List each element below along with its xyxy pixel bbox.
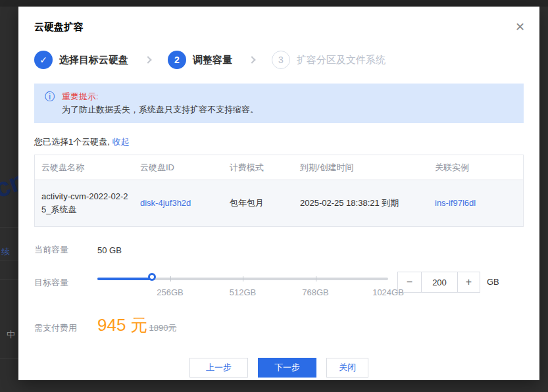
table-header-row: 云硬盘名称 云硬盘ID 计费模式 到期/创建时间 关联实例 — [35, 155, 523, 180]
tick-label: 256GB — [157, 287, 183, 297]
close-button[interactable]: 关闭 — [326, 358, 368, 378]
disk-expand-dialog: 云硬盘扩容 ✕ ✓ 选择目标云硬盘 2 调整容量 3 扩容分区及文件系统 ⓘ 重… — [18, 7, 539, 380]
cell-disk-name: activity-cvm-2022-02-25_系统盘 — [35, 180, 134, 226]
prev-step-button[interactable]: 上一步 — [189, 358, 248, 378]
notice-title: 重要提示: — [62, 90, 259, 103]
slider-tick — [170, 276, 171, 282]
cost-row: 需支付费用 945 元 1890元 — [34, 314, 524, 337]
background-divider — [0, 227, 18, 228]
cost-label: 需支付费用 — [34, 322, 97, 334]
col-billing-mode: 计费模式 — [223, 155, 293, 180]
background-partial-text: 中 — [7, 329, 15, 341]
important-notice-banner: ⓘ 重要提示: 为了防止数据丢失，系统盘只支持扩容不支持缩容。 — [34, 84, 524, 123]
step-select-disk: ✓ 选择目标云硬盘 — [34, 51, 128, 69]
step-label: 调整容量 — [193, 54, 232, 66]
col-disk-id: 云硬盘ID — [134, 155, 223, 180]
slider-fill — [97, 278, 154, 280]
col-expire-time: 到期/创建时间 — [293, 155, 428, 180]
notice-body: 为了防止数据丢失，系统盘只支持扩容不支持缩容。 — [62, 103, 259, 116]
selected-disk-table: 云硬盘名称 云硬盘ID 计费模式 到期/创建时间 关联实例 activity-c… — [34, 155, 524, 227]
slider-tick — [316, 276, 316, 282]
step-expand-partition: 3 扩容分区及文件系统 — [272, 51, 386, 69]
cell-billing-mode: 包年包月 — [223, 180, 293, 226]
capacity-stepper: − + — [397, 272, 480, 293]
target-capacity-label: 目标容量 — [34, 277, 97, 289]
notice-text: 重要提示: 为了防止数据丢失，系统盘只支持扩容不支持缩容。 — [62, 90, 259, 116]
step-number: 3 — [272, 51, 290, 69]
cost-original-price: 1890元 — [149, 322, 177, 334]
current-capacity-row: 当前容量 50 GB — [34, 244, 524, 256]
current-capacity-label: 当前容量 — [34, 244, 97, 256]
step-number: 2 — [168, 51, 186, 69]
collapse-link[interactable]: 收起 — [112, 137, 129, 147]
current-capacity-value: 50 GB — [97, 245, 122, 255]
target-capacity-row: 目标容量 256GB 512GB 768GB 1024GB − + GB — [34, 272, 524, 295]
close-icon[interactable]: ✕ — [515, 21, 525, 33]
slider-tick — [243, 276, 243, 282]
col-disk-name: 云硬盘名称 — [35, 155, 134, 180]
dialog-footer: 上一步 下一步 关闭 — [18, 358, 539, 378]
table-row: activity-cvm-2022-02-25_系统盘 disk-4juf3h2… — [35, 180, 523, 226]
step-label: 选择目标云硬盘 — [59, 54, 128, 66]
background-divider — [0, 358, 18, 359]
step-indicator: ✓ 选择目标云硬盘 2 调整容量 3 扩容分区及文件系统 — [34, 51, 524, 69]
increase-button[interactable]: + — [457, 272, 480, 292]
next-step-button[interactable]: 下一步 — [258, 358, 316, 378]
dialog-header: 云硬盘扩容 ✕ — [18, 7, 539, 34]
page-dim-top — [0, 0, 548, 7]
cost-price: 945 元 — [97, 314, 148, 337]
capacity-input[interactable] — [422, 272, 457, 292]
disk-id-link[interactable]: disk-4juf3h2d — [140, 197, 191, 210]
tick-label: 512GB — [230, 287, 256, 297]
instance-link[interactable]: ins-if97l6dl — [435, 197, 476, 210]
tick-label: 768GB — [302, 287, 328, 297]
capacity-unit: GB — [487, 277, 499, 287]
chevron-right-icon — [144, 56, 151, 63]
cell-expire-time: 2025-02-25 18:38:21 到期 — [293, 180, 428, 226]
capacity-slider: 256GB 512GB 768GB 1024GB — [97, 272, 388, 295]
selection-text: 您已选择1个云硬盘, — [34, 137, 110, 147]
tick-label: 1024GB — [372, 287, 404, 297]
col-instance: 关联实例 — [428, 155, 523, 180]
background-divider — [0, 260, 18, 260]
step-adjust-capacity: 2 调整容量 — [168, 51, 232, 69]
info-icon: ⓘ — [45, 90, 55, 116]
chevron-right-icon — [248, 56, 255, 63]
background-partial-link: 续 — [1, 246, 10, 258]
step-label: 扩容分区及文件系统 — [297, 54, 386, 66]
dialog-title: 云硬盘扩容 — [34, 21, 84, 32]
selection-summary: 您已选择1个云硬盘, 收起 — [34, 136, 524, 148]
check-icon: ✓ — [34, 51, 53, 69]
background-divider — [0, 279, 18, 280]
